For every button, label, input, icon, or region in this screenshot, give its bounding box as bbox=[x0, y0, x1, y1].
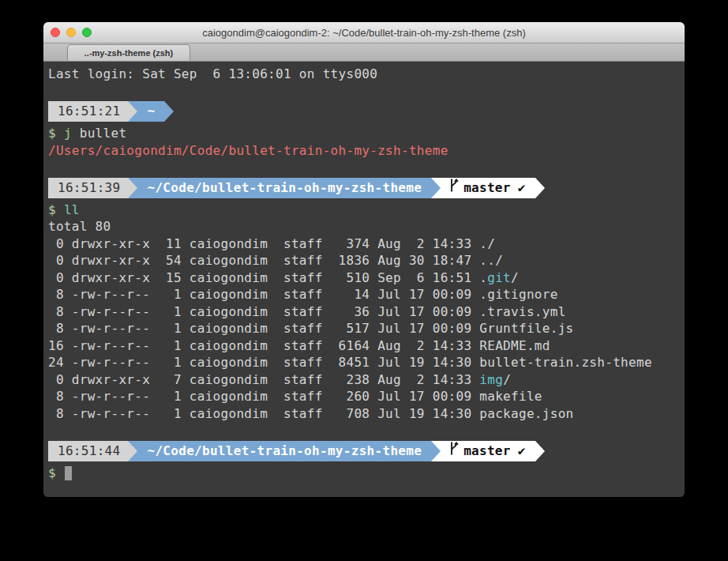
terminal-line: Last login: Sat Sep 6 13:06:01 on ttys00… bbox=[48, 66, 685, 83]
zoom-button[interactable] bbox=[82, 28, 92, 37]
prompt-row: 16:51:39~/Code/bullet-train-oh-my-zsh-th… bbox=[48, 178, 685, 198]
text-segment: 8 -rw-r--r-- 1 caiogondim staff 260 Jul … bbox=[48, 389, 542, 404]
titlebar[interactable]: caiogondim@caiogondim-2: ~/Code/bullet-t… bbox=[43, 22, 685, 43]
tab-label: ..-my-zsh-theme (zsh) bbox=[84, 48, 173, 58]
close-button[interactable] bbox=[51, 28, 60, 37]
terminal-line: 8 -rw-r--r-- 1 caiogondim staff 260 Jul … bbox=[48, 388, 685, 405]
terminal-window: caiogondim@caiogondim-2: ~/Code/bullet-t… bbox=[43, 22, 685, 497]
text-segment: $ bbox=[48, 202, 56, 217]
git-clean-check-icon: ✔ bbox=[518, 442, 526, 460]
prompt-time-segment: 16:51:21 bbox=[48, 101, 128, 122]
terminal-line: 0 drwxr-xr-x 54 caiogondim staff 1836 Au… bbox=[48, 252, 685, 269]
terminal-line: total 80 bbox=[48, 218, 685, 235]
text-segment: j bbox=[64, 126, 72, 141]
window-title: caiogondim@caiogondim-2: ~/Code/bullet-t… bbox=[202, 27, 526, 39]
prompt-dir-segment: ~/Code/bullet-train-oh-my-zsh-theme bbox=[128, 178, 431, 198]
text-segment: 8 -rw-r--r-- 1 caiogondim staff 14 Jul 1… bbox=[48, 287, 558, 302]
minimize-button[interactable] bbox=[66, 28, 76, 37]
text-segment: img bbox=[479, 372, 503, 387]
text-segment bbox=[56, 126, 64, 141]
terminal-line: 16 -rw-r--r-- 1 caiogondim staff 6164 Au… bbox=[48, 337, 685, 355]
text-segment: 16 -rw-r--r-- 1 caiogondim staff 6164 Au… bbox=[48, 338, 550, 353]
prompt-git-segment: master✔ bbox=[431, 178, 535, 198]
terminal-line: /Users/caiogondim/Code/bullet-train-oh-m… bbox=[48, 142, 685, 160]
tab-bar: ..-my-zsh-theme (zsh) bbox=[43, 43, 685, 62]
terminal-line: $ ll bbox=[48, 201, 685, 219]
terminal-line: 8 -rw-r--r-- 1 caiogondim staff 708 Jul … bbox=[48, 405, 685, 423]
terminal-line: 8 -rw-r--r-- 1 caiogondim staff 36 Jul 1… bbox=[48, 303, 685, 321]
text-segment: 0 drwxr-xr-x 11 caiogondim staff 374 Aug… bbox=[48, 236, 495, 251]
terminal-line bbox=[48, 83, 685, 100]
git-branch-icon bbox=[448, 178, 459, 198]
prompt-row: 16:51:21~ bbox=[48, 101, 685, 122]
text-segment: Last login: Sat Sep 6 13:06:01 on ttys00… bbox=[48, 66, 377, 81]
text-segment: 0 drwxr-xr-x 54 caiogondim staff 1836 Au… bbox=[48, 253, 503, 268]
prompt-time-segment: 16:51:39 bbox=[48, 178, 128, 198]
terminal-line: 0 drwxr-xr-x 7 caiogondim staff 238 Aug … bbox=[48, 371, 685, 389]
git-branch-icon bbox=[448, 441, 459, 461]
traffic-lights bbox=[51, 28, 92, 37]
text-segment: 0 drwxr-xr-x 15 caiogondim staff 510 Sep… bbox=[48, 270, 487, 285]
terminal-line: 0 drwxr-xr-x 11 caiogondim staff 374 Aug… bbox=[48, 235, 685, 253]
terminal-cursor bbox=[65, 466, 72, 480]
tab-active[interactable]: ..-my-zsh-theme (zsh) bbox=[67, 44, 190, 61]
terminal-line: $ j bullet bbox=[48, 125, 685, 142]
text-segment: 8 -rw-r--r-- 1 caiogondim staff 517 Jul … bbox=[48, 321, 574, 336]
text-segment: $ bbox=[48, 465, 56, 480]
text-segment: 8 -rw-r--r-- 1 caiogondim staff 36 Jul 1… bbox=[48, 304, 566, 319]
text-segment: 8 -rw-r--r-- 1 caiogondim staff 708 Jul … bbox=[48, 406, 574, 421]
terminal-output[interactable]: Last login: Sat Sep 6 13:06:01 on ttys00… bbox=[43, 62, 685, 497]
terminal-line: $ bbox=[48, 465, 685, 482]
git-branch-name: master bbox=[463, 179, 511, 197]
text-segment: git bbox=[487, 270, 511, 285]
prompt-row: 16:51:44~/Code/bullet-train-oh-my-zsh-th… bbox=[48, 441, 685, 461]
text-segment: $ bbox=[48, 126, 56, 141]
text-segment: 24 -rw-r--r-- 1 caiogondim staff 8451 Ju… bbox=[48, 355, 652, 370]
terminal-line bbox=[48, 422, 685, 439]
text-segment: total 80 bbox=[48, 219, 111, 234]
git-clean-check-icon: ✔ bbox=[518, 179, 526, 197]
git-branch-name: master bbox=[463, 442, 511, 460]
text-segment: / bbox=[511, 270, 519, 285]
text-segment: /Users/caiogondim/Code/bullet-train-oh-m… bbox=[48, 143, 448, 158]
terminal-line: 24 -rw-r--r-- 1 caiogondim staff 8451 Ju… bbox=[48, 354, 685, 371]
text-segment: bullet bbox=[72, 126, 127, 141]
text-segment bbox=[56, 465, 64, 480]
terminal-line bbox=[48, 159, 685, 176]
prompt-time-segment: 16:51:44 bbox=[48, 441, 128, 461]
prompt-dir-segment: ~/Code/bullet-train-oh-my-zsh-theme bbox=[128, 441, 431, 461]
text-segment: ll bbox=[64, 202, 80, 217]
terminal-line: 0 drwxr-xr-x 15 caiogondim staff 510 Sep… bbox=[48, 269, 685, 287]
prompt-git-segment: master✔ bbox=[431, 441, 535, 461]
terminal-line: 8 -rw-r--r-- 1 caiogondim staff 517 Jul … bbox=[48, 320, 685, 337]
terminal-line: 8 -rw-r--r-- 1 caiogondim staff 14 Jul 1… bbox=[48, 286, 685, 303]
text-segment: 0 drwxr-xr-x 7 caiogondim staff 238 Aug … bbox=[48, 372, 479, 387]
text-segment bbox=[56, 202, 64, 217]
text-segment: / bbox=[503, 372, 511, 387]
